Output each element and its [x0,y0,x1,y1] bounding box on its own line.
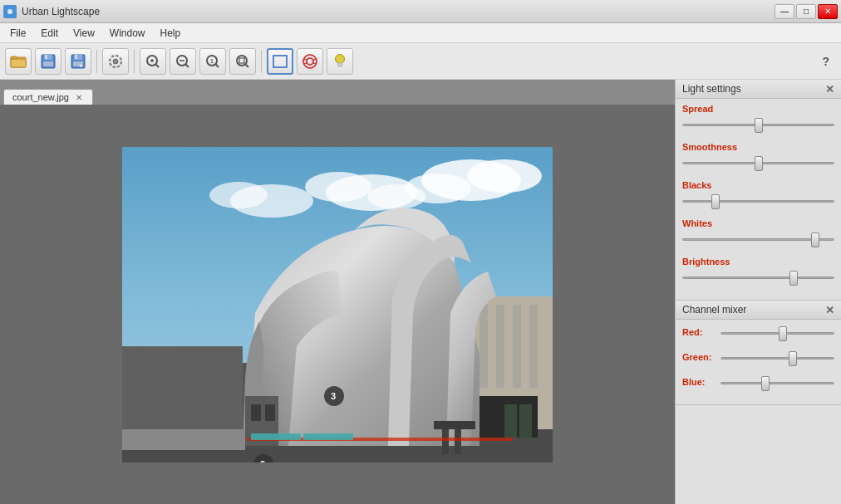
svg-rect-53 [480,305,488,388]
title-bar-left: Urban Lightscape [3,5,100,18]
save-button[interactable] [35,48,61,75]
image-display: 1 2 3 [122,147,553,462]
svg-rect-37 [337,63,342,66]
spread-row: Spread [682,104,834,134]
red-label: Red: [682,327,716,337]
open-folder-button[interactable] [5,48,32,75]
svg-line-19 [156,64,160,67]
brightness-label: Brightness [682,257,834,267]
close-button[interactable]: ✕ [818,4,838,19]
svg-point-47 [209,182,268,208]
svg-rect-27 [239,58,244,63]
blacks-row: Blacks [682,180,834,210]
svg-line-22 [186,64,189,67]
red-row: Red: [682,325,834,341]
settings-button[interactable] [102,48,129,75]
maximize-button[interactable]: □ [796,4,816,19]
svg-rect-60 [504,404,517,438]
whites-label: Whites [682,218,834,228]
zoom-out-button[interactable] [170,48,196,75]
menu-window[interactable]: Window [103,26,152,41]
tab-close-button[interactable]: ✕ [74,92,84,102]
whites-slider[interactable] [682,232,834,246]
view-normal-button[interactable] [267,48,293,75]
green-slider[interactable] [721,351,834,365]
svg-point-41 [467,159,542,193]
red-slider[interactable] [721,326,834,340]
channel-mixer-close[interactable]: ✕ [825,305,834,316]
svg-point-44 [305,172,371,202]
smoothness-row: Smoothness [682,142,834,172]
svg-text:1: 1 [210,58,214,64]
app-icon [3,5,17,18]
lightbulb-button[interactable] [327,48,353,75]
toolbar: + 1 [0,43,841,80]
svg-rect-66 [442,429,449,454]
svg-rect-65 [434,421,475,429]
image-viewport[interactable]: 1 2 3 1 2 3 [0,105,675,504]
light-settings-section: Light settings ✕ Spread Smoothness Black… [676,80,841,301]
svg-rect-55 [513,305,521,388]
toolbar-separator-3 [261,50,262,73]
blue-slider[interactable] [721,376,834,389]
zoom-in-button[interactable] [140,48,166,75]
svg-rect-57 [122,346,243,429]
svg-text:+: + [79,62,83,69]
canvas-area: court_new.jpg ✕ [0,80,675,504]
smoothness-slider[interactable] [682,156,834,169]
whites-row: Whites [682,218,834,248]
main-area: court_new.jpg ✕ [0,80,841,504]
channel-mixer-header: Channel mixer ✕ [676,301,841,320]
green-label: Green: [682,352,716,362]
tab-bar: court_new.jpg ✕ [0,80,675,105]
svg-rect-3 [11,59,26,67]
toolbar-separator-1 [96,50,97,73]
light-settings-header: Light settings ✕ [676,80,841,99]
channel-mixer-content: Red: Green: Blue: [676,320,841,404]
menu-bar: File Edit View Window Help [0,23,841,43]
app-title: Urban Lightscape [22,6,100,17]
svg-rect-29 [273,56,287,67]
menu-file[interactable]: File [3,26,32,41]
menu-help[interactable]: Help [154,26,188,41]
minimize-button[interactable]: — [775,4,794,19]
light-settings-title: Light settings [682,83,741,95]
svg-rect-61 [519,404,532,438]
toolbar-separator-2 [134,50,135,73]
save-as-button[interactable]: + [65,48,91,75]
zoom-100-button[interactable]: 1 [199,48,226,75]
svg-rect-8 [43,61,53,66]
svg-rect-71 [303,433,353,440]
svg-rect-38 [338,66,342,67]
menu-edit[interactable]: Edit [34,26,65,41]
brightness-slider[interactable] [682,271,834,284]
image-container: 1 2 3 1 2 3 [122,147,553,462]
svg-point-45 [367,184,425,209]
title-bar: Urban Lightscape — □ ✕ [0,0,841,23]
svg-point-36 [336,54,345,63]
image-tab[interactable]: court_new.jpg ✕ [3,89,93,105]
blacks-label: Blacks [682,180,834,190]
svg-rect-63 [251,404,261,421]
svg-rect-54 [496,305,504,388]
right-panel: Light settings ✕ Spread Smoothness Black… [675,80,841,504]
svg-rect-11 [75,55,77,59]
spread-slider[interactable] [682,118,834,131]
svg-rect-70 [251,433,301,440]
help-button[interactable]: ? [815,51,836,71]
zoom-fit-button[interactable] [229,48,256,75]
help-lifesaver-button[interactable] [297,48,323,75]
svg-rect-7 [45,55,47,59]
svg-point-26 [237,56,247,66]
svg-point-30 [303,55,317,68]
light-settings-close[interactable]: ✕ [825,84,834,95]
blacks-slider[interactable] [682,194,834,208]
svg-rect-56 [529,305,538,388]
window-controls: — □ ✕ [775,4,838,19]
light-settings-content: Spread Smoothness Blacks Whites [676,99,841,300]
spread-label: Spread [682,104,834,114]
svg-text:3: 3 [331,391,336,401]
svg-rect-69 [122,429,245,450]
svg-rect-4 [11,56,17,59]
menu-view[interactable]: View [66,26,101,41]
